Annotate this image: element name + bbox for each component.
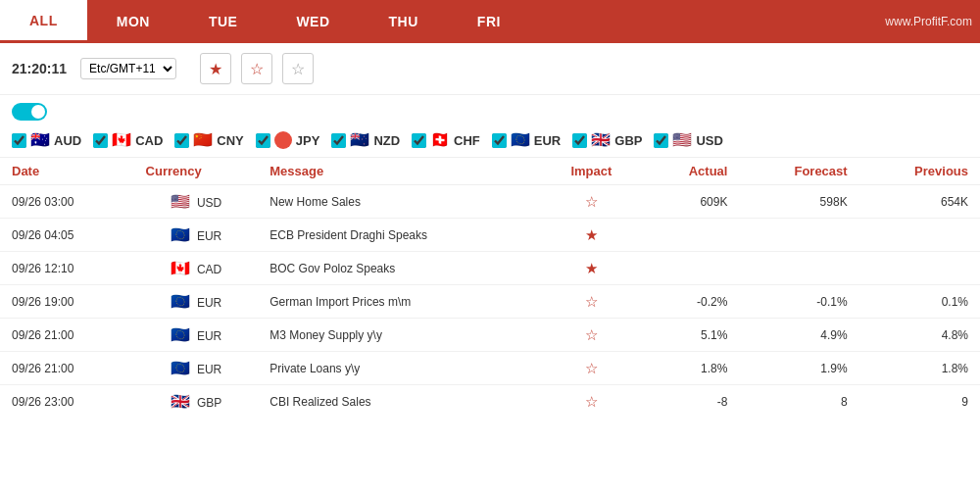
table-row: 09/26 03:00 🇺🇸 USD New Home Sales ☆ 609K… [0, 185, 980, 219]
impact-star-empty: ☆ [585, 326, 598, 343]
cell-message: BOC Gov Poloz Speaks [258, 252, 541, 285]
watermark: www.ProfitF.com [885, 15, 972, 28]
impact-star-empty: ☆ [585, 360, 598, 376]
cad-label: CAD [135, 133, 163, 148]
aud-label: AUD [54, 133, 81, 148]
cell-message: New Home Sales [258, 185, 541, 219]
tab-fri[interactable]: FRI [448, 0, 530, 43]
cell-actual: 1.8% [642, 352, 740, 385]
impact-star-filled: ★ [585, 226, 598, 243]
nzd-flag: 🇳🇿 [350, 132, 369, 148]
cell-impact: ☆ [541, 185, 642, 219]
aud-flag: 🇦🇺 [30, 132, 50, 148]
currency-nzd[interactable]: 🇳🇿 NZD [331, 132, 400, 148]
tab-all[interactable]: ALL [0, 0, 87, 43]
currency-eur[interactable]: 🇪🇺 EUR [492, 132, 561, 148]
currency-jpy[interactable]: JPY [256, 131, 320, 149]
star-outline-button[interactable]: ☆ [282, 53, 314, 84]
cell-forecast: 1.9% [739, 352, 858, 385]
currency-cny[interactable]: 🇨🇳 CNY [174, 132, 243, 148]
cell-forecast [739, 219, 858, 252]
table-row: 09/26 12:10 🇨🇦 CAD BOC Gov Poloz Speaks … [0, 252, 980, 285]
table-row: 09/26 04:05 🇪🇺 EUR ECB President Draghi … [0, 219, 980, 252]
cny-checkbox[interactable] [174, 133, 189, 148]
cell-forecast: -0.1% [739, 285, 858, 319]
cell-currency: 🇺🇸 USD [134, 185, 259, 219]
nzd-label: NZD [373, 133, 400, 148]
table-row: 09/26 23:00 🇬🇧 GBP CBI Realized Sales ☆ … [0, 385, 980, 419]
col-message: Message [258, 158, 541, 185]
cell-impact: ★ [541, 252, 642, 285]
cell-previous: 654K [859, 185, 980, 219]
cell-actual: 609K [642, 185, 740, 219]
usd-label: USD [696, 133, 722, 148]
chf-flag: 🇨🇭 [430, 132, 450, 148]
cell-currency: 🇬🇧 GBP [134, 385, 259, 419]
col-forecast: Forecast [739, 158, 858, 185]
star-some-button[interactable]: ☆ [241, 53, 272, 84]
chf-label: CHF [454, 133, 480, 148]
events-table: Date Currency Message Impact Actual Fore… [0, 158, 980, 418]
tab-tue[interactable]: TUE [179, 0, 268, 43]
cell-date: 09/26 23:00 [0, 385, 134, 419]
gbp-checkbox[interactable] [572, 133, 587, 148]
cell-previous: 4.8% [859, 319, 980, 352]
cell-forecast: 598K [739, 185, 858, 219]
chf-checkbox[interactable] [412, 133, 426, 148]
currency-row: 🇦🇺 AUD 🇨🇦 CAD 🇨🇳 CNY JPY 🇳🇿 NZD 🇨🇭 CHF [12, 131, 968, 149]
currency-chf[interactable]: 🇨🇭 CHF [412, 132, 480, 148]
row-currency: USD [197, 196, 221, 210]
cell-actual [642, 219, 740, 252]
tab-thu[interactable]: THU [360, 0, 448, 43]
aud-checkbox[interactable] [12, 133, 26, 148]
currency-usd[interactable]: 🇺🇸 USD [654, 132, 722, 148]
tab-mon[interactable]: MON [87, 0, 179, 43]
col-previous: Previous [859, 158, 980, 185]
currency-cad[interactable]: 🇨🇦 CAD [93, 132, 163, 148]
row-flag: 🇪🇺 [171, 326, 190, 343]
row-currency: CAD [197, 263, 221, 276]
row-flag: 🇪🇺 [171, 360, 190, 376]
cny-label: CNY [217, 133, 243, 148]
gbp-label: GBP [614, 133, 642, 148]
usd-checkbox[interactable] [654, 133, 668, 148]
row-flag: 🇬🇧 [171, 393, 190, 410]
cell-date: 09/26 21:00 [0, 352, 134, 385]
cell-currency: 🇪🇺 EUR [134, 219, 259, 252]
timezone-select[interactable]: Etc/GMT+11 [80, 58, 176, 79]
cell-actual: -0.2% [642, 285, 740, 319]
cell-forecast: 4.9% [739, 319, 858, 352]
cell-previous: 9 [859, 385, 980, 419]
cell-message: CBI Realized Sales [258, 385, 541, 419]
toolbar: 21:20:11 Etc/GMT+11 ★ ☆ ☆ [0, 43, 980, 95]
cell-currency: 🇨🇦 CAD [134, 252, 259, 285]
toggle-switch[interactable] [12, 103, 47, 121]
currency-gbp[interactable]: 🇬🇧 GBP [572, 132, 642, 148]
row-flag: 🇪🇺 [171, 293, 190, 310]
cell-date: 09/26 12:10 [0, 252, 134, 285]
cell-impact: ☆ [541, 385, 642, 419]
nzd-checkbox[interactable] [331, 133, 346, 148]
cell-impact: ☆ [541, 319, 642, 352]
row-flag: 🇨🇦 [171, 260, 190, 276]
cell-message: M3 Money Supply y\y [258, 319, 541, 352]
jpy-label: JPY [296, 133, 320, 148]
cell-date: 09/26 21:00 [0, 319, 134, 352]
cell-currency: 🇪🇺 EUR [134, 319, 259, 352]
tab-wed[interactable]: WED [267, 0, 359, 43]
cell-previous [859, 219, 980, 252]
currency-aud[interactable]: 🇦🇺 AUD [12, 132, 81, 148]
cad-checkbox[interactable] [93, 133, 108, 148]
star-all-button[interactable]: ★ [200, 53, 231, 84]
col-date: Date [0, 158, 134, 185]
cell-message: Private Loans y\y [258, 352, 541, 385]
cell-date: 09/26 03:00 [0, 185, 134, 219]
gbp-flag: 🇬🇧 [591, 132, 611, 148]
cell-impact: ☆ [541, 285, 642, 319]
table-row: 09/26 21:00 🇪🇺 EUR M3 Money Supply y\y ☆… [0, 319, 980, 352]
impact-star-empty: ☆ [585, 293, 598, 310]
jpy-checkbox[interactable] [256, 133, 270, 148]
impact-star-empty: ☆ [585, 193, 598, 210]
row-flag: 🇪🇺 [171, 226, 190, 243]
eur-checkbox[interactable] [492, 133, 507, 148]
